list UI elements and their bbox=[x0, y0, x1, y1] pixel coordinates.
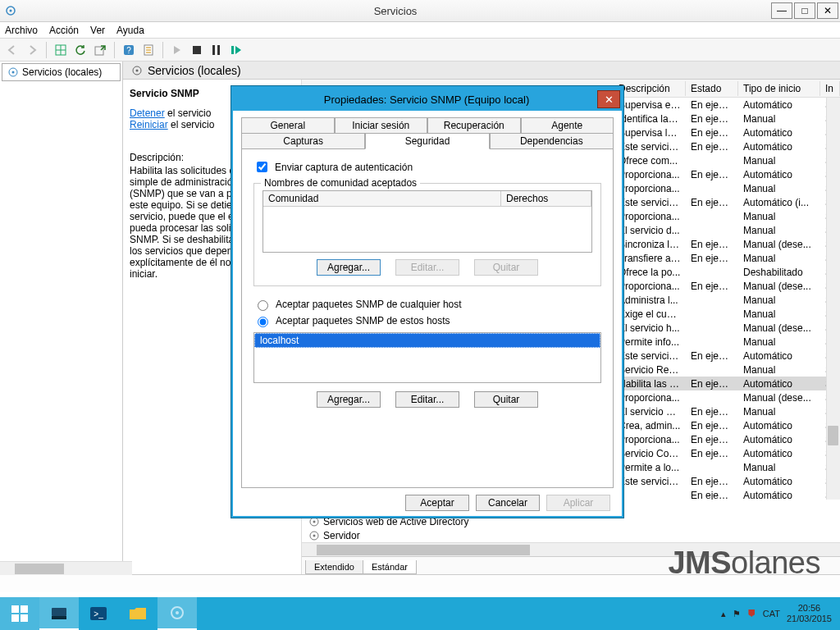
restart-link[interactable]: Reiniciar bbox=[130, 119, 168, 130]
radio-these-hosts[interactable]: Aceptar paquetes SNMP de estos hosts bbox=[253, 314, 601, 327]
taskbar-services[interactable] bbox=[158, 597, 197, 630]
tab-recuperacion[interactable]: Recuperación bbox=[427, 117, 521, 134]
hosts-listbox[interactable]: localhost bbox=[253, 332, 601, 383]
toolbar-grid-icon[interactable] bbox=[52, 41, 70, 59]
community-edit-button: Editar... bbox=[395, 259, 459, 276]
community-table[interactable]: Comunidad Derechos bbox=[262, 190, 592, 253]
host-edit-button[interactable]: Editar... bbox=[395, 391, 459, 408]
system-tray: ▴ ⚑ ⛊ CAT 20:56 21/03/2015 bbox=[721, 603, 840, 624]
svg-point-17 bbox=[12, 71, 15, 74]
send-trap-input[interactable] bbox=[257, 162, 267, 172]
svg-rect-12 bbox=[193, 46, 201, 54]
tree-panel: Servicios (locales) bbox=[0, 62, 123, 574]
taskbar-server-manager[interactable] bbox=[39, 597, 79, 630]
svg-rect-29 bbox=[21, 614, 28, 622]
content-header: Servicios (locales) bbox=[123, 62, 840, 80]
tab-seguridad[interactable]: Seguridad bbox=[365, 133, 489, 149]
menubar: Archivo Acción Ver Ayuda bbox=[0, 22, 840, 39]
tab-agente[interactable]: Agente bbox=[521, 117, 614, 134]
tray-shield-icon[interactable]: ⛊ bbox=[747, 609, 756, 619]
tab-body: Enviar captura de autenticación Nombres … bbox=[241, 149, 614, 488]
community-delete-button: Quitar bbox=[474, 259, 538, 276]
svg-text:?: ? bbox=[126, 46, 131, 55]
menu-ver[interactable]: Ver bbox=[90, 25, 105, 36]
list-hscroll[interactable] bbox=[302, 542, 840, 556]
taskbar-explorer[interactable] bbox=[118, 597, 158, 630]
ok-button[interactable]: Aceptar bbox=[405, 495, 469, 511]
tab-general[interactable]: General bbox=[241, 117, 335, 134]
tab-dependencias[interactable]: Dependencias bbox=[490, 133, 614, 149]
svg-point-1 bbox=[10, 10, 12, 12]
host-delete-button[interactable]: Quitar bbox=[474, 391, 538, 408]
svg-text:>_: >_ bbox=[94, 609, 103, 619]
stop-icon[interactable] bbox=[188, 41, 206, 59]
community-legend: Nombres de comunidad aceptados bbox=[261, 177, 420, 189]
col-description[interactable]: Descripción bbox=[614, 81, 686, 96]
app-icon bbox=[0, 5, 21, 16]
menu-ayuda[interactable]: Ayuda bbox=[116, 25, 144, 36]
forward-button[interactable] bbox=[23, 41, 41, 59]
play-icon[interactable] bbox=[168, 41, 186, 59]
tray-up-icon[interactable]: ▴ bbox=[721, 609, 726, 619]
list-scrollbar[interactable] bbox=[826, 98, 840, 500]
refresh-icon[interactable] bbox=[71, 41, 89, 59]
export-icon[interactable] bbox=[91, 41, 109, 59]
col-comunidad[interactable]: Comunidad bbox=[263, 191, 501, 206]
col-derechos[interactable]: Derechos bbox=[501, 191, 591, 206]
host-item-localhost[interactable]: localhost bbox=[254, 333, 600, 348]
start-button[interactable] bbox=[0, 597, 39, 630]
taskbar: >_ ▴ ⚑ ⛊ CAT 20:56 21/03/2015 bbox=[0, 597, 840, 630]
svg-rect-28 bbox=[11, 614, 19, 622]
toolbar: ? bbox=[0, 39, 840, 62]
pause-icon[interactable] bbox=[208, 41, 226, 59]
community-group: Nombres de comunidad aceptados Comunidad… bbox=[253, 183, 601, 286]
dialog-buttons: Aceptar Cancelar Aplicar bbox=[241, 488, 614, 511]
list-item[interactable]: Servidor bbox=[308, 528, 840, 542]
svg-rect-26 bbox=[11, 605, 19, 613]
tree-item-services[interactable]: Servicios (locales) bbox=[2, 63, 121, 81]
svg-point-35 bbox=[176, 611, 179, 614]
footer-tabs: Extendido Estándar bbox=[302, 556, 840, 574]
apply-button: Aplicar bbox=[546, 495, 610, 511]
tree-hscroll[interactable] bbox=[0, 561, 132, 575]
send-trap-checkbox[interactable]: Enviar captura de autenticación bbox=[253, 159, 601, 175]
svg-rect-15 bbox=[231, 46, 234, 54]
tray-flag-icon[interactable]: ⚑ bbox=[733, 609, 741, 619]
host-add-button[interactable]: Agregar... bbox=[317, 391, 381, 408]
close-button[interactable]: ✕ bbox=[817, 2, 838, 19]
restart-icon[interactable] bbox=[227, 41, 245, 59]
back-button[interactable] bbox=[3, 41, 21, 59]
minimize-button[interactable]: — bbox=[771, 2, 792, 19]
tab-capturas[interactable]: Capturas bbox=[241, 133, 365, 149]
maximize-button[interactable]: □ bbox=[794, 2, 815, 19]
dialog-close-button[interactable]: ✕ bbox=[597, 90, 620, 108]
window-title: Servicios bbox=[21, 5, 769, 17]
community-add-button[interactable]: Agregar... bbox=[317, 259, 381, 276]
gear-icon bbox=[131, 65, 143, 76]
stop-link[interactable]: Detener bbox=[130, 107, 165, 119]
tab-extendido[interactable]: Extendido bbox=[305, 560, 363, 574]
properties-dialog: Propiedades: Servicio SNMP (Equipo local… bbox=[231, 86, 623, 518]
tab-estandar[interactable]: Estándar bbox=[363, 560, 417, 574]
menu-accion[interactable]: Acción bbox=[49, 25, 79, 36]
tab-iniciar[interactable]: Iniciar sesión bbox=[335, 117, 428, 134]
dialog-title: Propiedades: Servicio SNMP (Equipo local… bbox=[233, 94, 597, 106]
help-icon[interactable]: ? bbox=[120, 41, 138, 59]
properties-icon[interactable] bbox=[139, 41, 158, 59]
cancel-button[interactable]: Cancelar bbox=[476, 495, 540, 511]
col-estado[interactable]: Estado bbox=[686, 81, 738, 96]
taskbar-powershell[interactable]: >_ bbox=[79, 597, 118, 630]
tray-lang[interactable]: CAT bbox=[763, 609, 780, 619]
scrollbar-thumb[interactable] bbox=[828, 426, 838, 445]
titlebar: Servicios — □ ✕ bbox=[0, 0, 840, 22]
tray-clock[interactable]: 20:56 21/03/2015 bbox=[787, 603, 832, 624]
svg-rect-31 bbox=[52, 616, 66, 619]
tree-item-label: Servicios (locales) bbox=[22, 66, 102, 78]
menu-archivo[interactable]: Archivo bbox=[5, 25, 38, 36]
radio-any-host[interactable]: Aceptar paquetes SNMP de cualquier host bbox=[253, 298, 601, 311]
svg-rect-30 bbox=[52, 608, 66, 616]
svg-point-23 bbox=[313, 520, 316, 523]
svg-rect-27 bbox=[21, 605, 28, 613]
col-ini[interactable]: In bbox=[820, 81, 840, 96]
col-tipo[interactable]: Tipo de inicio bbox=[738, 81, 820, 96]
